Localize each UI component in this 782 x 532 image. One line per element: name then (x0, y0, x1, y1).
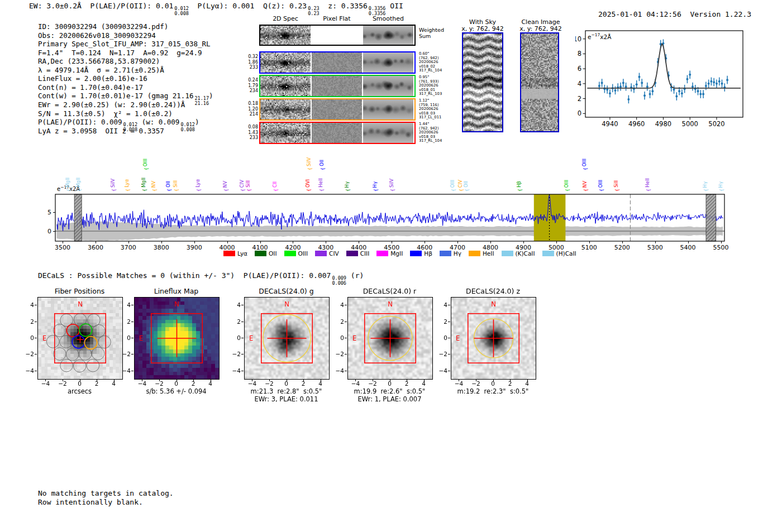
cutout-plot: NE (451, 297, 536, 380)
emission-line-label: Hγ (702, 181, 708, 188)
spec2d-image (260, 52, 311, 73)
legend-swatch (284, 251, 296, 256)
zoom-chart-svg: 494049604980500050200246810 (575, 23, 754, 135)
svg-text:N: N (388, 300, 393, 308)
y-tick (345, 371, 347, 371)
y-tick-label: 0 (44, 228, 51, 235)
info-line: F=1.4" T=0.124 N=1.17 A=0.92 g=24.9 (38, 49, 202, 57)
cutout-title: DECaLS(24.0) r (342, 287, 437, 295)
legend-item: (K)CaII (502, 250, 535, 257)
legend-swatch (346, 251, 358, 256)
fiber-id-labels: 0.60"(762, 942)20200626v018_02317_RL_104 (419, 52, 442, 73)
y-tick (241, 322, 244, 322)
summary-header: EW: 3.0±0.2Å P(LAE)/P(OII): 0.010.0120.0… (29, 2, 403, 16)
emission-line-label: OIII (564, 180, 570, 188)
svg-text:8: 8 (578, 50, 581, 57)
svg-text:4: 4 (578, 80, 581, 88)
with-sky-coords: x, y: 762, 942 (451, 25, 514, 32)
x-tick (523, 241, 524, 243)
info-line: LineFlux = 2.00(±0.16)e-16 (38, 74, 147, 83)
cutout-title: Fiber Positions (32, 287, 127, 295)
svg-text:2: 2 (578, 95, 581, 103)
x-tick-label: 5300 (645, 244, 665, 251)
emission-line-label: NV (222, 181, 228, 188)
svg-text:E: E (456, 334, 460, 342)
svg-text:4960: 4960 (628, 120, 645, 128)
y-tick (241, 338, 244, 338)
x-tick (142, 379, 142, 381)
x-tick (260, 241, 261, 243)
cutout-panel-lineflux: Lineflux MapNE−4−4−2−2002244s/b: 5.36 +/… (134, 287, 218, 404)
emission-line-label: SiII (613, 180, 619, 188)
emission-line-label: OIII (142, 159, 149, 166)
weighted-sum-label: WeightedSum (419, 27, 444, 39)
emission-line-label: Hγ (372, 181, 378, 188)
y-tick-label: 2 (231, 318, 241, 325)
flux-units-label: e−17x2Å (588, 32, 611, 40)
emission-line-label: CII (272, 181, 278, 188)
cutout-caption: EWr: 3, PLAE: 0.011 (233, 395, 340, 403)
x-tick (721, 241, 722, 243)
y-tick (241, 305, 244, 305)
fiber-weight-labels: 0.181.20214 (244, 101, 258, 117)
x-tick (321, 379, 321, 381)
y-tick-label: 4 (24, 301, 34, 308)
x-tick (457, 241, 458, 243)
x-tick (80, 379, 80, 381)
legend-swatch (502, 251, 513, 256)
y-tick-label: −2 (231, 351, 241, 357)
x-axis-label: arcsecs (37, 387, 122, 395)
y-tick-label: 0 (24, 334, 34, 341)
svg-text:N: N (174, 300, 179, 308)
x-tick-label: 5400 (678, 244, 698, 251)
x-tick (424, 379, 425, 381)
y-tick (35, 338, 37, 338)
y-tick (448, 354, 450, 354)
fiber-weight-labels: 0.081.43233 (244, 124, 258, 141)
svg-text:6: 6 (578, 65, 581, 73)
cutout-panel-fiber: Fiber PositionsNE−4−4−2−2002244arcsecs (37, 287, 122, 404)
x-tick (96, 241, 96, 243)
y-tick (35, 322, 37, 322)
emission-line-label: OII (319, 160, 325, 166)
info-line: λ = 4979.14Å σ = 2.71(±0.25)Å (38, 66, 164, 74)
svg-text:5000: 5000 (682, 120, 698, 128)
info-line: Obs: 20200626v018_3009032294 (38, 31, 156, 40)
footer-line: No matching targets in catalog. (38, 489, 174, 498)
x-tick (45, 379, 46, 381)
cutout-overlay: NE (38, 298, 122, 381)
fiber-weight-labels: 0.241.79234 (244, 78, 258, 94)
spec2d-col-title: Pixel Flat (312, 15, 362, 22)
y-tick (35, 371, 37, 371)
x-tick-label: 5200 (612, 244, 632, 251)
svg-text:E: E (352, 334, 356, 342)
x-tick-label: 3700 (118, 244, 139, 251)
y-tick (131, 322, 133, 322)
x-tick (688, 241, 689, 243)
legend-swatch (469, 251, 480, 256)
cutout-panel-r: DECaLS(24.0) rNE−4−4−2−2002244m:19.9 re:… (347, 287, 432, 404)
x-tick (476, 379, 476, 381)
emission-line-label: OIII (450, 180, 456, 188)
y-tick (53, 212, 55, 213)
x-tick (326, 241, 326, 243)
x-tick (193, 379, 194, 381)
x-tick (287, 379, 287, 381)
legend-swatch (255, 251, 266, 256)
y-tick (131, 338, 133, 338)
y-tick (53, 231, 55, 232)
emission-line-label: NV (151, 181, 157, 188)
cutout-panel-g: DECaLS(24.0) gNE−4−4−2−2002244m:21.3 re:… (244, 287, 328, 404)
y-tick-label: 4 (334, 301, 344, 308)
y-tick-label: −4 (121, 367, 131, 374)
emission-line-label: HeII (318, 178, 324, 188)
y-tick (241, 354, 244, 354)
emission-line-label: CIV (239, 180, 245, 188)
legend-item: CIII (346, 250, 370, 257)
cutout-plot: NE (134, 297, 220, 380)
smoothed-image (363, 52, 413, 73)
emission-line-label: OVI (305, 179, 311, 188)
x-tick (252, 379, 252, 381)
legend-item: CIV (315, 250, 339, 257)
legend-swatch (376, 251, 388, 256)
